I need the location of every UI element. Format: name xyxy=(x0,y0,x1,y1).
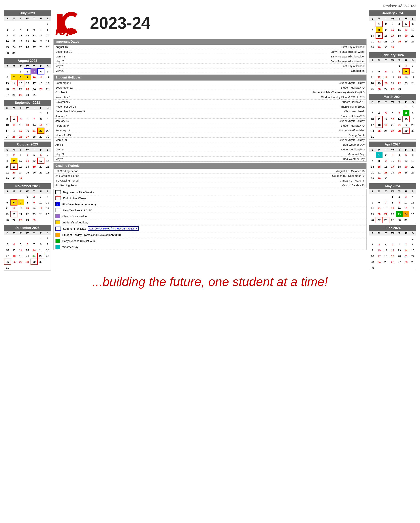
march-2024-calendar: March 2024 SMTWTFS 12 3456789 1011121314… xyxy=(369,94,416,140)
july-2023-header: July 2023 xyxy=(4,10,51,16)
january-2024-header: January 2024 xyxy=(369,10,416,16)
lcp-logo: lcp xyxy=(53,10,86,36)
holiday-swatch xyxy=(55,220,60,224)
end-nine-swatch xyxy=(55,196,61,200)
early-release-swatch xyxy=(55,239,60,243)
september-2023-header: September 2023 xyxy=(4,100,51,106)
info-row-may23-grad: May 23 Graduation xyxy=(54,68,366,73)
legend-weather: Weather Day xyxy=(54,244,366,250)
october-2023-header: October 2023 xyxy=(4,142,51,147)
november-2023-calendar: November 2023 SMTWTFS 1234 567891011 121… xyxy=(4,183,51,223)
june-2024-header: June 2024 xyxy=(369,225,416,231)
august-2023-calendar: August 2023 SMTWTFS 12345 6789101112 131… xyxy=(4,58,51,98)
left-calendar-column: July 2023 S M T W T F S 1 2345678 910111… xyxy=(4,10,51,271)
october-2023-calendar: October 2023 SMTWTFS 1234567 89101112131… xyxy=(4,141,51,181)
december-2023-header: December 2023 xyxy=(4,225,51,231)
important-dates-section: Important Dates August 16 First Day of S… xyxy=(53,39,367,74)
center-column: lcp 2023-24 Important Dates August 16 Fi… xyxy=(53,10,367,271)
weather-swatch xyxy=(55,245,60,249)
march-2024-header: March 2024 xyxy=(369,94,416,100)
december-2023-calendar: December 2023 SMTWTFS 12 3456789 1011121… xyxy=(4,225,51,271)
info-row-dec21: December 21 Early Release (district-wide… xyxy=(54,49,366,54)
col-fri: F xyxy=(38,16,44,21)
february-2024-calendar: February 2024 SMTWTFS 123 45678910 11121… xyxy=(369,52,416,92)
info-row-aug16: August 16 First Day of School xyxy=(54,45,366,49)
july-2023-calendar: July 2023 S M T W T F S 1 2345678 910111… xyxy=(4,10,51,56)
col-tue: T xyxy=(17,16,24,21)
legend-convocation: District Convocation xyxy=(54,213,366,219)
legend-first-teacher: 4 First Year Teacher Academy xyxy=(54,201,366,207)
summer-flex-note: Can be completed from May 28 - August 4 xyxy=(88,226,139,231)
col-thu: T xyxy=(31,16,38,21)
first-teacher-swatch: 4 xyxy=(55,202,60,206)
legend-holiday: Student/Staff Holiday xyxy=(54,219,366,225)
february-2024-header: February 2024 xyxy=(369,52,416,58)
legend-summer-flex: Summer Flex Days Can be completed from M… xyxy=(54,225,366,232)
april-2024-header: April 2024 xyxy=(369,142,416,147)
info-row-mar8: March 8 Early Release (district-wide) xyxy=(54,54,366,59)
logo-area: lcp 2023-24 xyxy=(53,10,367,36)
june-2024-calendar: June 2024 SMTWTFS 1 2345678 910111213141… xyxy=(369,225,416,271)
pd-swatch xyxy=(55,233,60,237)
student-holidays-header: Student Holidays xyxy=(54,75,366,81)
col-wed: W xyxy=(24,16,31,21)
may-2024-header: May 2024 xyxy=(369,183,416,189)
info-row-may23-er: May 23 Early Release (district-wide) xyxy=(54,59,366,64)
svg-text:lcp: lcp xyxy=(55,23,74,36)
august-2023-header: August 2023 xyxy=(4,58,51,64)
legend-section: Beginning of Nine Weeks End of Nine Week… xyxy=(53,189,367,250)
begin-nine-swatch xyxy=(55,190,61,194)
grading-periods-header: Grading Periods xyxy=(54,163,366,169)
col-sat: S xyxy=(44,16,51,21)
revised-label: Revised 4/13/2023 xyxy=(4,4,416,8)
footer-slogan: ...building the future, one student at a… xyxy=(4,275,416,289)
col-sun: S xyxy=(4,16,11,21)
important-dates-header: Important Dates xyxy=(54,39,366,45)
november-2023-header: November 2023 xyxy=(4,183,51,189)
september-2023-calendar: September 2023 SMTWTFS 12 3456789 101112… xyxy=(4,100,51,140)
legend-begin-nine: Beginning of Nine Weeks xyxy=(54,189,366,195)
april-2024-calendar: April 2024 SMTWTFS 123456 78910111213 14… xyxy=(369,141,416,181)
student-holidays-section: Student Holidays September 4Student/Staf… xyxy=(53,74,367,162)
grading-periods-section: Grading Periods 1st Grading PeriodAugust… xyxy=(53,163,367,188)
legend-early-release: Early Release (district-wide) xyxy=(54,238,366,244)
new-teachers-swatch xyxy=(55,208,61,212)
legend-pd: Student Holiday/Professional Development… xyxy=(54,232,366,238)
convocation-swatch xyxy=(55,214,60,218)
may-2024-calendar: May 2024 SMTWTFS 1234 567891011 12131415… xyxy=(369,183,416,223)
legend-new-teachers: New Teachers to LCISD xyxy=(54,207,366,213)
legend-end-nine: End of Nine Weeks xyxy=(54,195,366,201)
january-2024-calendar: January 2024 SMTWTFS 123456 78910111213 … xyxy=(369,10,416,50)
right-calendar-column: January 2024 SMTWTFS 123456 78910111213 … xyxy=(369,10,416,271)
col-mon: M xyxy=(11,16,17,21)
info-row-may23-last: May 23 Last Day of School xyxy=(54,64,366,68)
year-title: 2023-24 xyxy=(90,14,150,33)
summer-flex-swatch xyxy=(55,227,61,231)
